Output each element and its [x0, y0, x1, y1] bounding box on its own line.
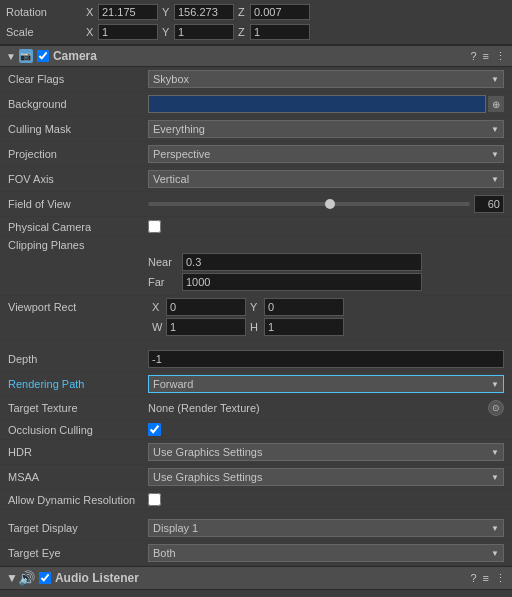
camera-settings-button[interactable]: ≡ [483, 50, 489, 62]
scale-x-input[interactable] [98, 24, 158, 40]
fov-slider-track[interactable] [148, 202, 470, 206]
audio-settings-button[interactable]: ≡ [483, 572, 489, 584]
target-display-dropdown[interactable]: Display 1 ▼ [148, 519, 504, 537]
fov-axis-arrow-icon: ▼ [491, 175, 499, 184]
inspector-panel: Rotation X Y Z Scale X [0, 0, 512, 597]
rotation-y-label: Y [162, 6, 172, 18]
viewport-rect-label: Viewport Rect [8, 301, 148, 313]
projection-dropdown[interactable]: Perspective ▼ [148, 145, 504, 163]
clipping-far-input[interactable] [182, 273, 422, 291]
rotation-label: Rotation [6, 6, 86, 18]
viewport-h-item: H [250, 318, 344, 336]
clipping-planes-label: Clipping Planes [8, 239, 148, 251]
projection-arrow-icon: ▼ [491, 150, 499, 159]
scale-z-item: Z [238, 24, 310, 40]
target-display-arrow-icon: ▼ [491, 524, 499, 533]
camera-properties: Clear Flags Skybox ▼ Background ⊕ Cullin… [0, 67, 512, 566]
target-eye-arrow-icon: ▼ [491, 549, 499, 558]
camera-enabled-checkbox[interactable] [37, 50, 49, 62]
clipping-near-label: Near [148, 256, 178, 268]
hdr-value: Use Graphics Settings ▼ [148, 443, 504, 461]
audio-arrow-icon: ▼ [6, 571, 18, 585]
scale-y-input[interactable] [174, 24, 234, 40]
target-texture-picker-button[interactable]: ⊙ [488, 400, 504, 416]
viewport-w-input[interactable] [166, 318, 246, 336]
fov-row: Field of View [0, 192, 512, 217]
audio-enabled-checkbox[interactable] [39, 572, 51, 584]
fov-slider-thumb[interactable] [325, 199, 335, 209]
camera-section-header[interactable]: ▼ 📷 Camera ? ≡ ⋮ [0, 45, 512, 67]
viewport-rect-group: Viewport Rect X Y W H [0, 296, 512, 341]
scale-xyz: X Y Z [86, 24, 506, 40]
projection-value: Perspective ▼ [148, 145, 504, 163]
target-eye-value: Both ▼ [148, 544, 504, 562]
occlusion-culling-checkbox[interactable] [148, 423, 161, 436]
viewport-y-label: Y [250, 301, 262, 313]
fov-value-input[interactable] [474, 195, 504, 213]
depth-label: Depth [8, 353, 148, 365]
depth-input[interactable] [148, 350, 504, 368]
scale-z-input[interactable] [250, 24, 310, 40]
background-row: Background ⊕ [0, 92, 512, 117]
rotation-z-item: Z [238, 4, 310, 20]
depth-value [148, 350, 504, 368]
viewport-h-input[interactable] [264, 318, 344, 336]
rotation-z-input[interactable] [250, 4, 310, 20]
scale-row: Scale X Y Z [6, 22, 506, 42]
dynamic-resolution-checkbox[interactable] [148, 493, 161, 506]
culling-mask-label: Culling Mask [8, 123, 148, 135]
audio-listener-header[interactable]: ▼ 🔊 Audio Listener ? ≡ ⋮ [0, 566, 512, 590]
clipping-near-input[interactable] [182, 253, 422, 271]
clear-flags-dropdown[interactable]: Skybox ▼ [148, 70, 504, 88]
occlusion-culling-label: Occlusion Culling [8, 424, 148, 436]
msaa-row: MSAA Use Graphics Settings ▼ [0, 465, 512, 490]
rotation-xyz: X Y Z [86, 4, 506, 20]
camera-more-button[interactable]: ⋮ [495, 50, 506, 63]
viewport-xy-row: Viewport Rect X Y [8, 298, 504, 316]
audio-header-icons: ? ≡ ⋮ [470, 572, 506, 585]
audio-section-title: Audio Listener [55, 571, 471, 585]
hdr-row: HDR Use Graphics Settings ▼ [0, 440, 512, 465]
fov-axis-dropdown[interactable]: Vertical ▼ [148, 170, 504, 188]
rotation-x-item: X [86, 4, 158, 20]
rendering-path-dropdown[interactable]: Forward ▼ [148, 375, 504, 393]
target-eye-dropdown[interactable]: Both ▼ [148, 544, 504, 562]
clear-flags-row: Clear Flags Skybox ▼ [0, 67, 512, 92]
culling-mask-dropdown[interactable]: Everything ▼ [148, 120, 504, 138]
rendering-path-arrow-icon: ▼ [491, 380, 499, 389]
fov-value [148, 195, 504, 213]
msaa-label: MSAA [8, 471, 148, 483]
viewport-y-input[interactable] [264, 298, 344, 316]
background-picker-button[interactable]: ⊕ [488, 96, 504, 112]
target-display-value: Display 1 ▼ [148, 519, 504, 537]
culling-mask-row: Culling Mask Everything ▼ [0, 117, 512, 142]
camera-help-button[interactable]: ? [470, 50, 476, 62]
culling-mask-arrow-icon: ▼ [491, 125, 499, 134]
rotation-x-input[interactable] [98, 4, 158, 20]
msaa-value: Use Graphics Settings ▼ [148, 468, 504, 486]
scale-y-item: Y [162, 24, 234, 40]
hdr-dropdown[interactable]: Use Graphics Settings ▼ [148, 443, 504, 461]
scale-x-label: X [86, 26, 96, 38]
occlusion-culling-value [148, 423, 504, 436]
rotation-y-input[interactable] [174, 4, 234, 20]
viewport-x-item: X [152, 298, 246, 316]
rotation-row: Rotation X Y Z [6, 2, 506, 22]
fov-label: Field of View [8, 198, 148, 210]
background-color-field[interactable] [148, 95, 486, 113]
clipping-far-label: Far [148, 276, 178, 288]
audio-help-button[interactable]: ? [470, 572, 476, 584]
camera-icon: 📷 [19, 49, 33, 63]
add-component-area: Add Component [0, 590, 512, 597]
background-value: ⊕ [148, 95, 504, 113]
clear-flags-value: Skybox ▼ [148, 70, 504, 88]
msaa-dropdown[interactable]: Use Graphics Settings ▼ [148, 468, 504, 486]
viewport-x-input[interactable] [166, 298, 246, 316]
audio-more-button[interactable]: ⋮ [495, 572, 506, 585]
physical-camera-row: Physical Camera [0, 217, 512, 237]
audio-icon: 🔊 [18, 570, 35, 586]
culling-mask-value: Everything ▼ [148, 120, 504, 138]
target-texture-text: None (Render Texture) [148, 402, 484, 414]
physical-camera-checkbox[interactable] [148, 220, 161, 233]
viewport-y-item: Y [250, 298, 344, 316]
